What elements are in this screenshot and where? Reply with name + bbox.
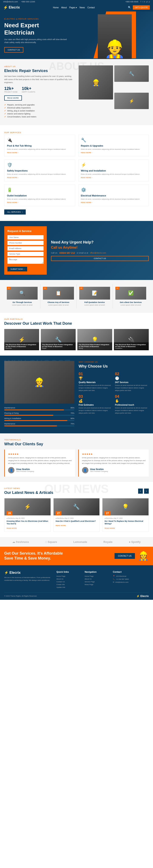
feat-desc-4: Dolore sit amet eiusmod at elit do eiusm… [115, 407, 149, 414]
feat-desc-2: Dolore sit amet eiusmod at elit do eiusm… [115, 384, 149, 392]
testimonial-stars-1: ★★★★★ [8, 453, 72, 456]
testimonial-stars-2: ★★★★★ [82, 453, 146, 456]
footer-about-col: ⚡ Elecrix We are in the business of tran… [4, 570, 52, 589]
about-image-top-right: 🔧 [114, 65, 149, 82]
portfolio-item-4[interactable]: 🔌 The Electrical Risk Protect Integratio… [114, 329, 149, 350]
nav-home[interactable]: Home [53, 6, 59, 9]
get-quote-button[interactable]: GET A QUOTE [133, 5, 150, 9]
portfolio-section: OUR PORTFOLIO Descover Our Latest Work T… [0, 313, 153, 355]
footer-nav-3[interactable]: Service Page [85, 581, 109, 583]
footer-nav-4[interactable]: News Page [85, 584, 109, 586]
pinterest-icon[interactable]: p [149, 1, 150, 3]
news-card-3: 💡 27 ● Electrical ● Sep 27, 2023 Do I Ne… [102, 498, 149, 532]
footer-copyright: © 2023 Theme Rights. All Rights Reserved… [4, 595, 37, 597]
news-read-more-3[interactable]: READ MORE [105, 527, 115, 529]
footer-link-2[interactable]: About Us [56, 578, 80, 580]
cta-button[interactable]: CONTACT US [115, 553, 135, 559]
social-icons: f t in yt p [141, 1, 150, 3]
list-item: Electrical safety inspections [4, 107, 74, 109]
feat-desc-3: Dolore sit amet eiusmod at elit do eiusm… [79, 407, 112, 414]
form-name-input[interactable] [7, 235, 44, 240]
footer-nav-1[interactable]: Home Page [85, 575, 109, 577]
footer-bottom: © 2023 Theme Rights. All Rights Reserved… [4, 592, 149, 598]
portfolio-item-2[interactable]: 🔧 The Electrical Risk Protect Integratio… [41, 329, 76, 350]
nav-about[interactable]: About [61, 6, 67, 9]
author-avatar-2: 👤 [82, 467, 88, 473]
footer-link-5[interactable]: Update Info [56, 586, 80, 588]
service-read-more-1[interactable]: READ MORE › [7, 152, 72, 154]
news-read-more-1[interactable]: READ MORE [7, 527, 17, 529]
call-info: Call Us: 03504 587 212 or email us at of… [51, 252, 149, 254]
news-prev-button[interactable]: ‹ [138, 489, 143, 494]
services-label: OUR SERVICES [4, 131, 149, 133]
search-icon[interactable]: 🔍 [128, 6, 131, 9]
footer-quick-links-col: Quick links Home Page About Us Contact U… [56, 570, 80, 589]
all-services-button[interactable]: ALL SERVICES › [4, 210, 26, 215]
service-read-more-6[interactable]: READ MORE › [81, 202, 146, 204]
service-desc-2: Dolor sit amet, consectetur adipiscing e… [81, 148, 146, 151]
progress-maintenance2: Maintenance 75% [4, 423, 74, 426]
hero-content: ELECTRIC & REPAIR SERVICES Need Expert E… [4, 18, 68, 53]
about-title: Electric Repair Services [4, 69, 74, 73]
portfolio-item-1[interactable]: ⚡ The Electrical Risk Protect Integratio… [4, 329, 39, 350]
service-card-5: 🔋 Outlet Installation Dolor sit amet, co… [4, 185, 75, 206]
step-desc-3: Lorem ipsum dolor sit amet [79, 304, 110, 306]
urgent-contact-button[interactable]: CONTACT US [51, 256, 149, 261]
why-feature-2: 02 🕐 24/7 Services Dolore sit amet eiusm… [115, 372, 149, 392]
news-title-3: Do I Need To Replace My Homes Electrical… [105, 520, 146, 525]
form-message-input[interactable] [7, 257, 44, 264]
news-body-1: ● Electrical ● Sep 26, 2023 Knowing When… [4, 516, 50, 532]
step-img-1: 🔍 [7, 287, 38, 300]
call-number: 03504 587 212 [60, 252, 75, 254]
service-read-more-3[interactable]: READ MORE › [7, 177, 72, 179]
about-stats: 12k+ PROJECT DONE 10k+ HAPPY CLIENTS [4, 86, 74, 93]
portfolio-title: Descover Our Latest Work That Done [4, 321, 72, 326]
feat-num-1: 01 [79, 372, 112, 376]
form-email-input[interactable] [7, 246, 44, 251]
stat-clients: 10k+ HAPPY CLIENTS [22, 86, 35, 93]
facebook-icon[interactable]: f [141, 1, 141, 3]
news-date-1: 26 [7, 511, 12, 516]
service-read-more-5[interactable]: READ MORE › [7, 202, 72, 204]
about-right: 👷 🔧 ⚡ [79, 65, 149, 119]
form-phone-input[interactable] [7, 241, 44, 245]
twitter-icon[interactable]: t [142, 1, 143, 3]
testimonial-author-2: 👤 Umar Ibrahim CEO Preview Company [82, 467, 146, 473]
footer-link-1[interactable]: Home Page [56, 575, 80, 577]
nav-contact[interactable]: Contact [87, 6, 94, 9]
linkedin-icon[interactable]: in [144, 1, 145, 3]
list-item: Interior and exterior lighting [4, 113, 74, 115]
step-title-4: Get a Best Our Services [115, 301, 146, 303]
service-read-more-4[interactable]: READ MORE › [81, 177, 146, 179]
form-service-input[interactable] [7, 252, 44, 256]
news-next-button[interactable]: › [144, 489, 149, 494]
about-inner: ABOUT US Electric Repair Services We hav… [4, 65, 149, 119]
nav-pages[interactable]: Pages ▾ [69, 6, 77, 9]
service-desc-1: Dolor sit amet, consectetur adipiscing e… [7, 148, 72, 151]
request-section: Request A Service SUBMIT NOW › Need Any … [0, 221, 153, 280]
about-read-more-button[interactable]: READ MORE [4, 95, 22, 100]
service-icon-3: 🛡️ [7, 162, 72, 167]
feat-num-2: 02 [115, 372, 149, 376]
footer-grid: ⚡ Elecrix We are in the business of tran… [4, 570, 149, 589]
footer-link-3[interactable]: Contact Us [56, 581, 80, 583]
nav-news[interactable]: News [79, 6, 85, 9]
footer-link-4[interactable]: Create Info [56, 584, 80, 586]
portfolio-item-3[interactable]: 💡 The Electrical Risk Protect Integratio… [77, 329, 112, 350]
news-title-1: Knowing When You An Electrician (And Whe… [7, 520, 48, 525]
hero-contact-button[interactable]: CONTACT US [4, 47, 24, 53]
footer-quick-links-list: Home Page About Us Contact Us Create Inf… [56, 575, 80, 588]
news-title: Our Latest News & Articals [4, 491, 53, 495]
feat-title-2: 24/7 Services [115, 381, 149, 383]
form-submit-button[interactable]: SUBMIT NOW › [7, 267, 27, 272]
footer-nav-2[interactable]: About Us [85, 578, 109, 580]
news-meta-3: ● Electrical ● Sep 27, 2023 [105, 518, 146, 519]
portfolio-header: OUR PORTFOLIO Descover Our Latest Work T… [4, 318, 149, 326]
service-icon-5: 🔋 [7, 187, 72, 192]
brand-4: Royale [104, 540, 113, 544]
news-icon-1: ⚡ [24, 504, 31, 510]
service-read-more-2[interactable]: READ MORE › [81, 152, 146, 154]
news-read-more-2[interactable]: READ MORE [56, 525, 66, 526]
news-img-3: 💡 27 [103, 498, 149, 516]
youtube-icon[interactable]: yt [146, 1, 148, 3]
